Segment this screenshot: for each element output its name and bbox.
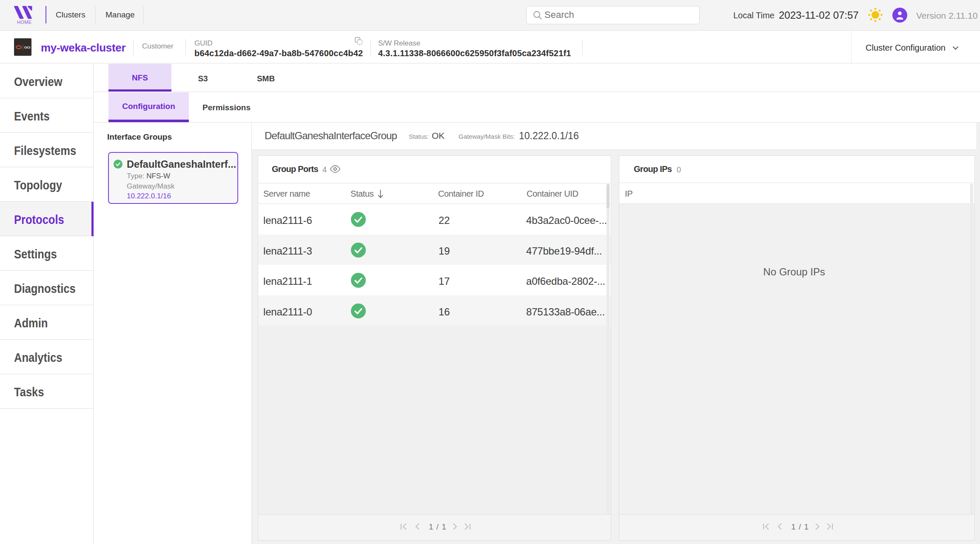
svg-text:1 / 1: 1 / 1 (429, 522, 447, 531)
svg-text:1 / 1: 1 / 1 (791, 522, 809, 531)
svg-text:OCI: OCI (24, 46, 30, 49)
